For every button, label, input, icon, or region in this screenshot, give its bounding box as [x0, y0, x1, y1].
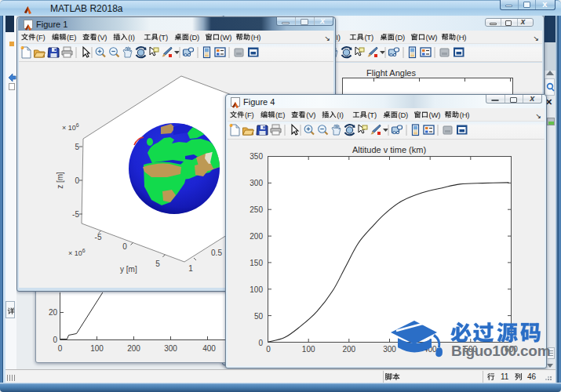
svg-text:Altitude v time (km): Altitude v time (km) — [352, 145, 426, 154]
svg-text:(I): (I) — [337, 111, 343, 119]
svg-text:(D): (D) — [395, 33, 406, 42]
svg-text:100: 100 — [302, 345, 315, 354]
svg-text:0: 0 — [75, 176, 79, 185]
svg-text:(V): (V) — [306, 111, 315, 119]
svg-text:350: 350 — [250, 152, 263, 161]
svg-text:0: 0 — [53, 336, 57, 344]
svg-text:(T): (T) — [158, 33, 168, 42]
svg-text:(F): (F) — [245, 111, 254, 119]
svg-text:× 106: × 106 — [62, 122, 79, 132]
svg-text:(T): (T) — [364, 33, 373, 42]
svg-text:(T): (T) — [367, 111, 377, 119]
svg-text:5: 5 — [75, 143, 79, 151]
svg-text:0: 0 — [266, 345, 271, 354]
svg-text:11: 11 — [501, 372, 509, 381]
svg-text:(E): (E) — [275, 111, 285, 119]
svg-text:(V): (V) — [97, 33, 107, 42]
svg-text:(D): (D) — [399, 111, 409, 119]
svg-text:(H): (H) — [251, 33, 261, 42]
svg-text:-5: -5 — [72, 210, 79, 219]
svg-text:(H): (H) — [457, 33, 467, 42]
svg-text:0.5: 0.5 — [211, 249, 222, 257]
svg-text:5: 5 — [155, 260, 160, 268]
svg-text:20: 20 — [49, 308, 58, 317]
svg-text:0: 0 — [258, 339, 263, 347]
svg-text:300: 300 — [164, 344, 177, 353]
svg-text:(W): (W) — [426, 33, 438, 42]
svg-text:(F): (F) — [36, 33, 46, 42]
svg-text:250: 250 — [250, 205, 263, 214]
svg-text:× 106: × 106 — [68, 248, 86, 257]
svg-text:z [m]: z [m] — [56, 172, 64, 189]
svg-text:(W): (W) — [429, 111, 441, 119]
svg-text:200: 200 — [127, 344, 140, 353]
svg-text:200: 200 — [342, 345, 355, 354]
svg-text:(I): (I) — [128, 33, 134, 42]
svg-text:100: 100 — [90, 344, 104, 353]
svg-text:400: 400 — [202, 344, 216, 353]
svg-text:(H): (H) — [460, 111, 470, 119]
svg-text:150: 150 — [250, 259, 263, 267]
svg-text:50: 50 — [254, 312, 264, 321]
svg-text:46: 46 — [527, 372, 537, 381]
svg-text:0: 0 — [58, 344, 63, 353]
svg-text:(W): (W) — [220, 33, 232, 42]
svg-text:1: 1 — [188, 264, 193, 273]
svg-text:Biguo100.com: Biguo100.com — [451, 343, 550, 359]
svg-text:0: 0 — [122, 242, 127, 251]
svg-text:200: 200 — [250, 232, 263, 241]
svg-text:(E): (E) — [67, 33, 76, 42]
svg-text:-5: -5 — [95, 233, 102, 241]
svg-text:y [m]: y [m] — [120, 265, 137, 274]
svg-text:100: 100 — [250, 285, 263, 294]
svg-text:(D): (D) — [190, 33, 200, 42]
svg-text:300: 300 — [250, 179, 263, 187]
